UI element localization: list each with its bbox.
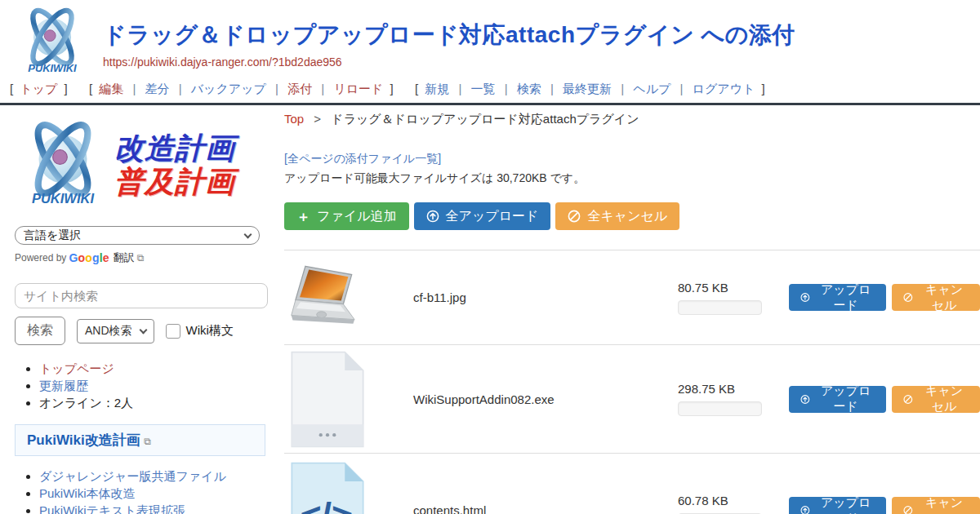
file-name: cf-b11.jpg: [413, 290, 678, 304]
page-title: ドラッグ＆ドロップアップロード対応attachプラグイン への添付: [103, 20, 795, 51]
nav-item-reload[interactable]: リロード: [333, 82, 383, 95]
list-item: ダジャレンジャー版共通ファイル: [39, 467, 260, 485]
page-header: PUKIWIKI ドラッグ＆ドロップアップロード対応attachプラグイン への…: [0, 0, 980, 79]
project-box: PukiWiki改造計画 ⧉: [15, 424, 265, 456]
table-row: WikiSupportAddin082.exe 298.75 KB アップロード: [284, 344, 980, 453]
pukiwiki-atom-logo-sidebar: PUKIWIKI: [15, 116, 111, 214]
upload-circle-icon: [800, 393, 810, 405]
search-mode-value: AND検索: [85, 324, 132, 339]
list-item: PukiWiki本体改造: [39, 485, 260, 502]
file-size: 298.75 KB: [678, 382, 774, 396]
table-row: </> contents.html 60.78 KB アップロード: [284, 453, 980, 514]
sidebar-item-toppage[interactable]: トップページ: [39, 361, 114, 375]
nav-item-logout[interactable]: ログアウト: [693, 82, 755, 95]
site-search-input[interactable]: [15, 283, 268, 308]
nav-separator: |: [321, 82, 324, 95]
chevron-down-icon: [139, 326, 147, 334]
plus-icon: ＋: [296, 210, 310, 224]
nav-separator: |: [132, 82, 136, 95]
file-name: contents.html: [413, 503, 678, 514]
cancel-button[interactable]: キャンセル: [892, 284, 980, 311]
wiki-syntax-label: Wiki構文: [186, 323, 234, 339]
language-select[interactable]: 言語を選択: [15, 226, 260, 245]
nav-separator: |: [680, 82, 684, 95]
upload-all-button[interactable]: 全アップロード: [414, 202, 551, 230]
nav-item-recent[interactable]: 最終更新: [563, 82, 612, 95]
online-counter: オンライン：2人: [39, 396, 133, 410]
upload-circle-icon: [800, 504, 810, 514]
file-name: WikiSupportAddin082.exe: [413, 392, 678, 406]
file-size: 60.78 KB: [678, 494, 774, 507]
powered-by-label: Powered by: [15, 252, 66, 264]
nav-item-attach[interactable]: 添付: [287, 82, 312, 95]
cancel-button[interactable]: キャンセル: [892, 386, 980, 413]
sidebar-item-core-mod[interactable]: PukiWiki本体改造: [39, 486, 136, 500]
search-button[interactable]: 検索: [15, 317, 65, 345]
nav-item-top[interactable]: トップ: [20, 82, 57, 95]
cancel-all-button[interactable]: 全キャンセル: [555, 202, 679, 230]
pukiwiki-atom-logo[interactable]: PUKIWIKI: [15, 4, 90, 79]
external-link-icon: ⧉: [137, 252, 145, 264]
nav-item-edit[interactable]: 編集: [99, 82, 123, 95]
project-box-link[interactable]: PukiWiki改造計画: [27, 432, 140, 448]
upload-circle-icon: [426, 210, 439, 223]
nav-item-search[interactable]: 検索: [517, 82, 541, 95]
main-content: Top > ドラッグ＆ドロップアップロード対応attachプラグイン [全ページ…: [270, 105, 980, 514]
cancel-circle-icon: [903, 393, 913, 405]
sidebar-item-common-files[interactable]: ダジャレンジャー版共通ファイル: [39, 469, 226, 483]
upload-circle-icon: [800, 291, 810, 304]
nav-item-help[interactable]: ヘルプ: [633, 82, 670, 95]
google-logo: Google: [69, 251, 109, 264]
nav-separator: |: [550, 82, 554, 95]
nav-bracket: [: [10, 82, 13, 95]
search-mode-select[interactable]: AND検索: [77, 319, 154, 343]
list-item: オンライン：2人: [39, 394, 270, 411]
upload-button[interactable]: アップロード: [789, 284, 886, 311]
nav-separator: |: [458, 82, 461, 95]
table-row: cf-b11.jpg 80.75 KB アップロード: [284, 250, 980, 344]
list-item: トップページ: [39, 360, 270, 377]
sidebar-plugin-links: ダジャレンジャー版共通ファイル PukiWiki本体改造 PukiWikiテキス…: [15, 467, 260, 514]
google-translate-attribution: Powered by Google 翻訳 ⧉: [15, 250, 270, 265]
sidebar-logo-banner[interactable]: PUKIWIKI 改造計画 普及計画: [15, 115, 270, 215]
pukiwiki-brand-text: PUKIWIKI: [28, 62, 77, 74]
max-upload-size-text: アップロード可能最大ファイルサイズは 30,720KB です。: [284, 171, 980, 186]
wiki-syntax-checkbox[interactable]: [166, 324, 180, 339]
sidebar: PUKIWIKI 改造計画 普及計画 言語を選択 Powered by Goog…: [0, 105, 270, 514]
nav-separator: |: [621, 82, 624, 95]
breadcrumb-current-page: ドラッグ＆ドロップアップロード対応attachプラグイン: [331, 112, 639, 126]
logo-line-fukyuu: 普及計画: [114, 165, 235, 198]
upload-progress-bar: [678, 300, 762, 315]
sidebar-item-text-extension[interactable]: PukiWikiテキスト表現拡張: [39, 503, 185, 514]
translate-link[interactable]: 翻訳: [114, 250, 135, 265]
nav-bracket: [: [89, 82, 92, 95]
sidebar-item-recent-changes[interactable]: 更新履歴: [39, 379, 88, 392]
cancel-circle-icon: [903, 291, 913, 304]
nav-item-list[interactable]: 一覧: [471, 82, 496, 95]
upload-button[interactable]: アップロード: [789, 497, 886, 514]
nav-bracket: [: [415, 82, 418, 95]
top-navigation: [ トップ ] [ 編集 | 差分 | バックアップ | 添付 | リロード ]…: [0, 79, 980, 105]
sidebar-quick-links: トップページ 更新履歴 オンライン：2人: [15, 360, 270, 411]
all-pages-attachment-list-link[interactable]: [全ページの添付ファイル一覧]: [284, 152, 441, 166]
cancel-button[interactable]: キャンセル: [892, 497, 980, 514]
add-files-button[interactable]: ＋ ファイル追加: [284, 202, 409, 230]
nav-item-diff[interactable]: 差分: [145, 82, 170, 95]
list-item: 更新履歴: [39, 377, 270, 394]
upload-button[interactable]: アップロード: [789, 386, 886, 413]
nav-bracket: ]: [390, 82, 394, 95]
pending-files-table: cf-b11.jpg 80.75 KB アップロード: [284, 250, 980, 514]
language-select-value: 言語を選択: [24, 228, 81, 243]
breadcrumb-separator: >: [314, 112, 321, 126]
cancel-circle-icon: [903, 504, 913, 514]
page-url-link[interactable]: https://pukiwiki.dajya-ranger.com/?1bd2d…: [103, 55, 342, 69]
nav-separator: |: [275, 82, 278, 95]
nav-item-new[interactable]: 新規: [425, 82, 449, 95]
generic-file-icon: [290, 351, 365, 448]
breadcrumb: Top > ドラッグ＆ドロップアップロード対応attachプラグイン: [284, 112, 980, 127]
logo-line-kaizou: 改造計画: [114, 131, 235, 165]
breadcrumb-home-link[interactable]: Top: [284, 112, 304, 126]
html-file-icon: </>: [290, 462, 365, 514]
cancel-circle-icon: [568, 210, 581, 223]
nav-item-backup[interactable]: バックアップ: [191, 82, 266, 95]
